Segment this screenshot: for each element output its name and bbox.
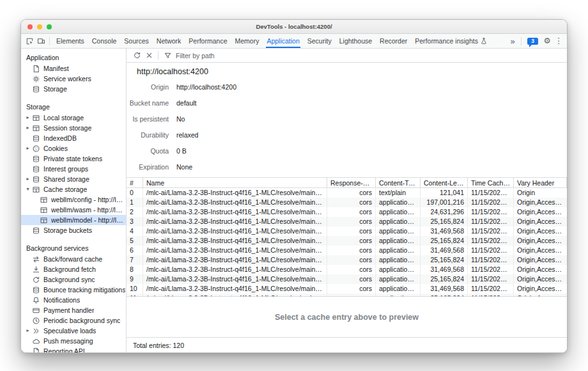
- cell-vary-header: Origin,Access…: [514, 207, 567, 217]
- sidebar-item-background-sync[interactable]: Background sync: [21, 274, 126, 285]
- tab-lighthouse[interactable]: Lighthouse: [336, 34, 376, 48]
- more-tabs-icon[interactable]: »: [507, 35, 518, 47]
- tab-security[interactable]: Security: [304, 34, 336, 48]
- cell-time-cached: 11/15/2024, 10…: [468, 274, 514, 284]
- cache-entry-row[interactable]: 2/mlc-ai/Llama-3.2-3B-Instruct-q4f16_1-M…: [127, 207, 567, 217]
- expand-arrow-icon[interactable]: ▸: [24, 143, 31, 154]
- cell-vary-header: Origin,Access…: [514, 255, 567, 265]
- sidebar-item-label: Storage: [43, 85, 67, 93]
- cache-entry-row[interactable]: 10/mlc-ai/Llama-3.2-3B-Instruct-q4f16_1-…: [127, 284, 567, 294]
- cache-entry-row[interactable]: 4/mlc-ai/Llama-3.2-3B-Instruct-q4f16_1-M…: [127, 226, 567, 236]
- cell-content-length: 31,469,568: [421, 226, 468, 236]
- cell-hash: 8: [127, 265, 143, 274]
- expand-arrow-icon[interactable]: ▸: [24, 123, 31, 133]
- sidebar-item-bounce-tracking-mitigations[interactable]: Bounce tracking mitigations: [21, 285, 126, 295]
- tab-application[interactable]: Application: [263, 34, 303, 48]
- sidebar-item-shared-storage[interactable]: ▸Shared storage: [21, 174, 126, 184]
- sidebar-item-back-forward-cache[interactable]: Back/forward cache: [21, 254, 126, 264]
- cell-hash: 9: [127, 274, 143, 284]
- collapse-arrow-icon[interactable]: ▾: [24, 184, 31, 194]
- cell-hash: 1: [127, 198, 143, 207]
- issues-badge[interactable]: 3: [527, 38, 538, 45]
- expand-arrow-icon[interactable]: ▸: [24, 174, 31, 184]
- tab-memory[interactable]: Memory: [231, 34, 263, 48]
- sidebar-item-background-fetch[interactable]: Background fetch: [21, 264, 126, 274]
- sidebar-item-notifications[interactable]: Notifications: [21, 295, 126, 305]
- column-header-name[interactable]: Name: [143, 178, 327, 187]
- cache-entry-row[interactable]: 5/mlc-ai/Llama-3.2-3B-Instruct-q4f16_1-M…: [127, 236, 567, 246]
- delete-entry-icon[interactable]: [143, 50, 155, 61]
- metadata-label: Bucket name: [127, 99, 169, 107]
- main-panel: Filter by path http://localhost:4200 Ori…: [127, 49, 567, 352]
- tab-label: Console: [92, 37, 117, 45]
- kebab-menu-icon[interactable]: ⋮: [553, 35, 564, 47]
- tab-elements[interactable]: Elements: [52, 34, 88, 48]
- cache-entry-row[interactable]: 1/mlc-ai/Llama-3.2-3B-Instruct-q4f16_1-M…: [127, 198, 567, 207]
- fullscreen-window-button[interactable]: [47, 24, 52, 29]
- sidebar-item-manifest[interactable]: Manifest: [21, 63, 126, 74]
- sync-icon: [31, 275, 40, 284]
- sidebar-item-storage-buckets[interactable]: Storage buckets: [21, 225, 126, 235]
- sidebar-item-webllm-model-http-loc[interactable]: webllm/model - http://loc…: [21, 215, 126, 225]
- sidebar-item-indexeddb[interactable]: IndexedDB: [21, 133, 126, 143]
- devtools-content: ApplicationManifestService workersStorag…: [21, 49, 567, 352]
- cache-entry-row[interactable]: 9/mlc-ai/Llama-3.2-3B-Instruct-q4f16_1-M…: [127, 274, 567, 284]
- sidebar-item-private-state-tokens[interactable]: Private state tokens: [21, 154, 126, 164]
- cache-entry-row[interactable]: 3/mlc-ai/Llama-3.2-3B-Instruct-q4f16_1-M…: [127, 217, 567, 226]
- sidebar-item-webllm-config-http-loc[interactable]: webllm/config - http://loc…: [21, 194, 126, 205]
- traffic-lights: [27, 24, 52, 29]
- sidebar-item-local-storage[interactable]: ▸Local storage: [21, 113, 126, 123]
- sidebar-item-webllm-wasm-http-loca[interactable]: webllm/wasm - http://loca…: [21, 205, 126, 215]
- filter-by-path-input[interactable]: Filter by path: [176, 52, 215, 59]
- column-header-content-length[interactable]: Content-Length: [421, 178, 468, 187]
- expand-arrow-icon[interactable]: ▸: [24, 326, 31, 336]
- sidebar-item-speculative-loads[interactable]: ▸Speculative loads: [21, 326, 126, 336]
- column-header-vary-header[interactable]: Vary Header: [514, 178, 567, 187]
- metadata-label: Is persistent: [127, 115, 169, 123]
- minimize-window-button[interactable]: [37, 24, 42, 29]
- sidebar-item-label: Cookies: [43, 145, 68, 152]
- filter-icon[interactable]: [162, 50, 173, 61]
- sidebar-item-payment-handler[interactable]: Payment handler: [21, 305, 126, 315]
- separator: [521, 37, 522, 45]
- tab-recorder[interactable]: Recorder: [376, 34, 411, 48]
- cell-vary-header: Origin,Access…: [514, 265, 567, 274]
- tab-performance-insights[interactable]: Performance insights: [411, 34, 491, 48]
- tab-label: Application: [267, 37, 299, 45]
- cache-entry-row[interactable]: 8/mlc-ai/Llama-3.2-3B-Instruct-q4f16_1-M…: [127, 265, 567, 274]
- sidebar-item-cache-storage[interactable]: ▾Cache storage: [21, 184, 126, 194]
- expand-arrow-icon[interactable]: ▸: [24, 113, 31, 123]
- column-header-time-cached[interactable]: Time Cached: [468, 178, 514, 187]
- close-window-button[interactable]: [27, 24, 33, 29]
- sidebar-item-reporting-api[interactable]: Reporting API: [21, 346, 126, 352]
- tab-label: Elements: [56, 37, 84, 45]
- sidebar-item-push-messaging[interactable]: Push messaging: [21, 336, 126, 346]
- sidebar-item-service-workers[interactable]: Service workers: [21, 74, 126, 84]
- column-header-hash[interactable]: #: [127, 178, 143, 187]
- tab-network[interactable]: Network: [153, 34, 185, 48]
- cache-entry-row[interactable]: 0/mlc-ai/Llama-3.2-3B-Instruct-q4f16_1-M…: [127, 188, 567, 198]
- sidebar-item-session-storage[interactable]: ▸Session storage: [21, 123, 126, 133]
- device-toolbar-icon[interactable]: [35, 35, 47, 47]
- cache-entry-row[interactable]: 7/mlc-ai/Llama-3.2-3B-Instruct-q4f16_1-M…: [127, 255, 567, 265]
- sidebar-item-label: webllm/wasm - http://loca…: [51, 206, 126, 214]
- tab-performance[interactable]: Performance: [185, 34, 231, 48]
- sidebar-section-title: Background services: [21, 241, 126, 254]
- inspect-element-icon[interactable]: [24, 35, 35, 47]
- refresh-icon[interactable]: [131, 50, 143, 61]
- column-header-response-type[interactable]: Response-Type: [327, 178, 376, 187]
- cell-time-cached: 11/15/2024, 10…: [468, 217, 514, 226]
- sidebar-item-storage[interactable]: Storage: [21, 84, 126, 94]
- sidebar-item-periodic-background-sync[interactable]: Periodic background sync: [21, 315, 126, 326]
- cell-response-type: cors: [327, 226, 376, 236]
- sidebar-item-cookies[interactable]: ▸Cookies: [21, 143, 126, 154]
- cache-entry-row[interactable]: 6/mlc-ai/Llama-3.2-3B-Instruct-q4f16_1-M…: [127, 246, 567, 255]
- sidebar-item-interest-groups[interactable]: Interest groups: [21, 164, 126, 174]
- settings-gear-icon[interactable]: ⚙: [541, 35, 553, 47]
- db-icon: [31, 154, 40, 163]
- column-header-content-type[interactable]: Content-Type: [376, 178, 421, 187]
- tab-sources[interactable]: Sources: [120, 34, 153, 48]
- db-icon: [31, 164, 40, 173]
- tab-console[interactable]: Console: [88, 34, 121, 48]
- metadata-row-expiration: ExpirationNone: [127, 159, 567, 175]
